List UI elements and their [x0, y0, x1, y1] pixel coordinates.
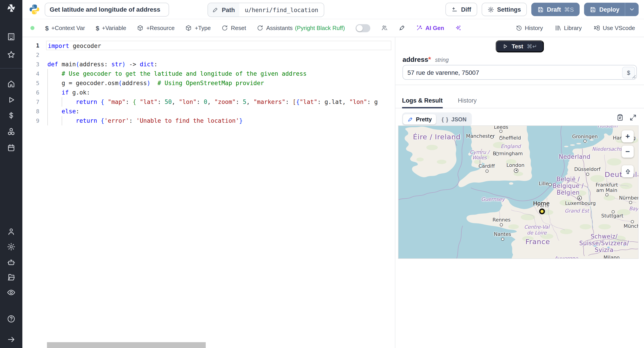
test-shortcut: ⌘↵ — [527, 43, 537, 50]
sidebar-item-cubes-icon[interactable] — [0, 126, 22, 137]
chevron-down-icon — [629, 6, 635, 13]
windmill-logo[interactable] — [0, 4, 22, 13]
dollar-icon: $ — [96, 24, 99, 32]
play-icon — [502, 44, 508, 49]
code-line-3[interactable]: 3def main(address: str) -> dict: — [22, 60, 395, 69]
history-icon — [516, 25, 522, 31]
users-icon — [381, 25, 388, 31]
dollar-icon: $ — [45, 24, 49, 32]
sidebar-item-folder-icon[interactable] — [0, 272, 22, 283]
code-line-2[interactable]: 2 — [22, 50, 395, 60]
path-widget[interactable]: Path u/henri/find_location — [208, 3, 324, 17]
sidebar-item-calendar-icon[interactable] — [0, 142, 22, 153]
expand-icon[interactable] — [629, 114, 637, 121]
diff-button[interactable]: Diff — [446, 3, 477, 16]
tab-history[interactable]: History — [458, 97, 477, 108]
code-text: import geocoder — [46, 41, 391, 50]
sparkles-icon — [455, 25, 462, 31]
test-button[interactable]: Test ⌘↵ — [496, 40, 544, 52]
editor-toolbar: $+Context Var $+Variable +Resource +Type… — [22, 19, 644, 37]
clipboard-copy-icon[interactable] — [616, 114, 624, 121]
ai-sparkles-button[interactable] — [455, 25, 462, 31]
line-number: 6 — [22, 88, 39, 97]
pretty-view-option[interactable]: Pretty — [403, 114, 436, 124]
horizontal-scrollbar[interactable] — [47, 342, 206, 348]
city-dot — [490, 135, 494, 139]
argument-label: address* string — [402, 56, 449, 64]
code-line-9[interactable]: 9 return {'error': 'Unable to find the l… — [22, 116, 395, 125]
tab-logs-result[interactable]: Logs & Result — [402, 97, 443, 108]
code-text: g = geocoder.osm(address) # Using OpenSt… — [46, 78, 395, 88]
map-zoom-in-button[interactable]: + — [622, 130, 634, 142]
add-variable-button[interactable]: $+Variable — [96, 24, 126, 32]
library-button[interactable]: Library — [554, 25, 582, 31]
sidebar-item-person-icon[interactable] — [0, 226, 22, 237]
city-dot — [629, 201, 632, 204]
home-marker[interactable] — [539, 208, 545, 214]
result-view-toggle: Pretty { } JSON — [402, 112, 472, 126]
arg-type: string — [435, 57, 449, 63]
panel-divider — [395, 85, 644, 85]
sidebar-item-dollar-icon[interactable] — [0, 110, 22, 121]
json-view-option[interactable]: { } JSON — [437, 114, 471, 124]
add-context-var-button[interactable]: $+Context Var — [45, 24, 85, 32]
path-label: Path — [222, 7, 235, 13]
settings-button[interactable]: Settings — [482, 3, 527, 16]
map-zoom-out-button[interactable]: − — [622, 145, 634, 158]
resize-handle[interactable] — [632, 75, 636, 79]
format-button[interactable] — [398, 25, 405, 31]
script-title-input[interactable]: Get latitude and longitude of address — [45, 3, 169, 16]
add-type-button[interactable]: +Type — [185, 25, 211, 31]
app-window: Get latitude and longitude of address Pa… — [0, 0, 644, 348]
sidebar-item-play-icon[interactable] — [0, 94, 22, 105]
address-input[interactable]: 57 rue de varenne, 75007 $ — [402, 65, 637, 80]
sidebar-item-eye-icon[interactable] — [0, 287, 22, 298]
deploy-label: Deploy — [599, 6, 620, 13]
draft-label: Draft — [547, 6, 561, 13]
sidebar-item-gear-icon[interactable] — [0, 241, 22, 252]
code-text — [46, 50, 395, 60]
reset-button[interactable]: Reset — [222, 25, 246, 31]
multiplayer-toggle[interactable] — [356, 24, 370, 32]
assistants-button[interactable]: Assistants(Pyright Black Ruff) — [257, 25, 345, 31]
multiplayer-users-button[interactable] — [381, 25, 388, 31]
settings-label: Settings — [497, 6, 521, 13]
code-line-4[interactable]: 4 # Use geocoder to get the latitude and… — [22, 69, 395, 78]
assistants-detail: (Pyright Black Ruff) — [295, 25, 345, 31]
city-dot — [631, 220, 634, 223]
draft-button[interactable]: Draft ⌘S — [531, 3, 580, 16]
vscode-button[interactable]: Use VScode — [593, 25, 635, 31]
plus-minus-icon — [451, 6, 458, 13]
map-fit-view-button[interactable] — [622, 165, 634, 177]
sidebar-item-help-icon[interactable] — [0, 313, 22, 324]
code-text: def main(address: str) -> dict: — [46, 60, 395, 69]
sidebar-item-star-icon[interactable] — [0, 49, 22, 60]
wand-icon — [416, 25, 422, 31]
code-line-7[interactable]: 7 return { "map": { "lat": 50, "lon": 0,… — [22, 97, 395, 107]
save-icon — [537, 6, 544, 13]
code-line-5[interactable]: 5 g = geocoder.osm(address) # Using Open… — [22, 78, 395, 88]
code-text: return { "map": { "lat": 50, "lon": 0, "… — [46, 97, 395, 107]
sidebar-item-building-icon[interactable] — [0, 31, 22, 42]
line-number: 1 — [22, 41, 39, 50]
code-line-1[interactable]: 1import geocoder — [22, 41, 395, 50]
code-text: # Use geocoder to get the latitude and l… — [46, 69, 395, 78]
city-dot — [501, 238, 504, 241]
sidebar-item-arrow-right-icon[interactable] — [0, 334, 22, 345]
left-sidebar — [0, 0, 22, 348]
sidebar-item-robot-icon[interactable] — [0, 257, 22, 268]
deploy-dropdown-button[interactable] — [625, 3, 639, 16]
city-dot — [586, 173, 590, 176]
home-marker-label: Home — [533, 200, 550, 207]
code-editor[interactable]: 1import geocoder23def main(address: str)… — [22, 37, 395, 348]
line-number: 3 — [22, 60, 39, 69]
add-resource-button[interactable]: +Resource — [137, 25, 174, 31]
result-map[interactable]: LeedsManchesterSheffieldEnglandCymru / W… — [398, 126, 638, 258]
deploy-button[interactable]: Deploy — [584, 3, 639, 16]
city-dot — [548, 183, 552, 186]
code-line-8[interactable]: 8 else: — [22, 107, 395, 116]
ai-gen-button[interactable]: AI Gen — [416, 25, 444, 31]
sidebar-item-home-icon[interactable] — [0, 78, 22, 89]
code-line-6[interactable]: 6 if g.ok: — [22, 88, 395, 97]
history-button[interactable]: History — [516, 25, 543, 31]
